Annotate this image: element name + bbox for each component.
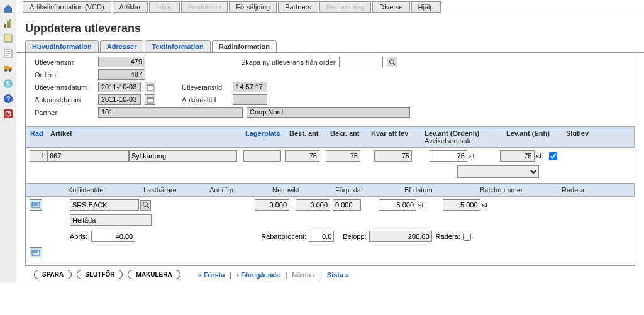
utleveransnr-field: 479 xyxy=(98,57,145,67)
nav-forsta[interactable]: « Första xyxy=(198,271,225,279)
apris-input[interactable] xyxy=(91,231,135,242)
partner-code-field: 101 xyxy=(98,107,243,118)
menu-artikelinfo[interactable]: Artikelinformation (VCD) xyxy=(23,1,111,13)
power-icon[interactable] xyxy=(3,108,14,119)
nav-nasta: Nästa › xyxy=(292,271,315,279)
row-detail-icon[interactable] xyxy=(30,199,42,211)
ankomstdatum-label: Ankomstdatum xyxy=(35,96,94,104)
row-artcode xyxy=(47,150,129,162)
spara-button[interactable]: SPARA xyxy=(34,270,72,279)
bf-in-field[interactable] xyxy=(379,199,416,211)
makulera-button[interactable]: MAKULERA xyxy=(128,270,180,279)
skapa-label: Skapa ny utleverans från order xyxy=(241,58,335,66)
col-artikel: Artikel xyxy=(50,130,245,145)
ankomsttid-label: Ankomsttid xyxy=(182,96,229,104)
unit-st: st xyxy=(482,201,488,209)
col-lev-enh: Lev.ant (Enh) xyxy=(506,130,566,145)
tab-textinformation[interactable]: Textinformation xyxy=(145,40,210,52)
col-forp-dat: Förp. dat xyxy=(335,186,404,194)
menu-redovisning: Redovisning xyxy=(319,1,372,13)
col-kvar: Kvar att lev xyxy=(371,130,425,145)
svg-line-17 xyxy=(394,64,396,65)
col-rad: Rad xyxy=(30,130,50,145)
calendar-icon[interactable] xyxy=(145,82,155,92)
slutfor-button[interactable]: SLUTFÖR xyxy=(77,270,123,279)
svg-rect-21 xyxy=(147,97,153,99)
avvikelse-select[interactable] xyxy=(457,165,539,178)
radera-label: Radera: xyxy=(436,233,460,240)
menu-inkop: Inköp xyxy=(149,1,180,13)
row-bekr-ant xyxy=(326,150,360,162)
rabatt-label: Rabattprocent: xyxy=(261,233,306,240)
tab-radinformation[interactable]: Radinformation xyxy=(212,40,277,52)
svg-rect-1 xyxy=(7,21,9,28)
menu-produktion: Produktion xyxy=(181,1,228,13)
help-icon[interactable]: ? xyxy=(3,93,14,104)
col-radera: Radera xyxy=(562,186,599,194)
sep: | xyxy=(285,271,287,279)
svg-point-8 xyxy=(9,69,11,72)
info-icon[interactable]: S xyxy=(3,78,14,89)
col-nettovikt: Nettovikt xyxy=(272,186,335,194)
row-artname xyxy=(129,150,237,162)
sep: | xyxy=(320,271,322,279)
nettovikt-field xyxy=(255,199,289,211)
lastbarare2-field xyxy=(70,214,152,226)
radera-checkbox[interactable] xyxy=(463,233,471,241)
col-ant-i-frp: Ant i frp xyxy=(209,186,272,194)
skapa-order-input[interactable] xyxy=(339,57,383,67)
col-batchnummer: Batchnummer xyxy=(480,186,562,194)
utleveransdatum-label: Utleveransdatum xyxy=(35,84,94,91)
tab-adresser[interactable]: Adresser xyxy=(100,40,144,52)
forp-dat-field xyxy=(296,199,330,211)
chart-icon[interactable] xyxy=(3,18,14,29)
nav-foregaende[interactable]: ‹ Föregående xyxy=(236,271,280,279)
rabatt-input[interactable] xyxy=(309,231,334,242)
partner-name-field: Coop Nord xyxy=(247,107,410,118)
page-title: Uppdatera utleverans xyxy=(16,14,644,40)
svg-rect-5 xyxy=(4,66,9,70)
svg-point-7 xyxy=(4,69,7,72)
menu-partners[interactable]: Partners xyxy=(278,1,318,13)
search-icon[interactable] xyxy=(387,57,397,67)
belopp-label: Belopp: xyxy=(343,233,366,240)
utleveransnr-label: Utleveransnr xyxy=(35,58,94,66)
unit-st: st xyxy=(418,201,424,209)
note-icon[interactable] xyxy=(3,33,14,44)
search-icon[interactable] xyxy=(140,200,151,211)
svg-rect-19 xyxy=(147,85,153,86)
utleveransdatum-field: 2011-10-03 xyxy=(98,82,141,92)
col-avvikelse: Avvikelseorsak xyxy=(425,137,506,145)
edit-icon[interactable] xyxy=(3,48,14,59)
svg-point-25 xyxy=(143,202,147,207)
sep: | xyxy=(230,271,232,279)
menu-forsaljning[interactable]: Försäljning xyxy=(229,1,277,13)
col-lastbarare: Lastbärare xyxy=(143,186,209,194)
subtabs: Huvudinformation Adresser Textinformatio… xyxy=(16,40,644,53)
unit-st: st xyxy=(536,152,542,160)
calendar-icon[interactable] xyxy=(145,94,155,105)
lastbarare1-field xyxy=(70,199,139,211)
svg-point-16 xyxy=(389,59,394,64)
nav-sista[interactable]: Sista » xyxy=(327,271,349,279)
svg-text:S: S xyxy=(6,80,10,87)
add-row-icon[interactable] xyxy=(30,247,42,258)
row-slutlev-checkbox[interactable] xyxy=(549,152,557,160)
col-slutlev: Slutlev xyxy=(566,130,594,145)
row-kvar xyxy=(374,150,412,162)
row-lev-ordenh[interactable] xyxy=(430,150,467,162)
row-rad xyxy=(30,150,47,162)
apris-label: Ápris: xyxy=(70,233,87,240)
tab-huvudinformation[interactable]: Huvudinformation xyxy=(25,40,99,52)
utleveranstid-field: 14:57:17 xyxy=(233,82,267,92)
batch-field xyxy=(443,199,480,211)
menu-hjalp[interactable]: Hjälp xyxy=(411,1,441,13)
ordernr-label: Ordernr xyxy=(35,71,94,79)
menu-diverse[interactable]: Diverse xyxy=(372,1,409,13)
belopp-field xyxy=(369,231,432,242)
menu-artiklar[interactable]: Artiklar xyxy=(113,1,148,13)
col-kolli: Kolliidentitet xyxy=(68,186,143,194)
home-icon[interactable] xyxy=(3,3,14,14)
truck-icon[interactable] xyxy=(3,63,14,74)
col-lev-ordenh: Lev.ant (Ordenh) xyxy=(425,130,506,137)
